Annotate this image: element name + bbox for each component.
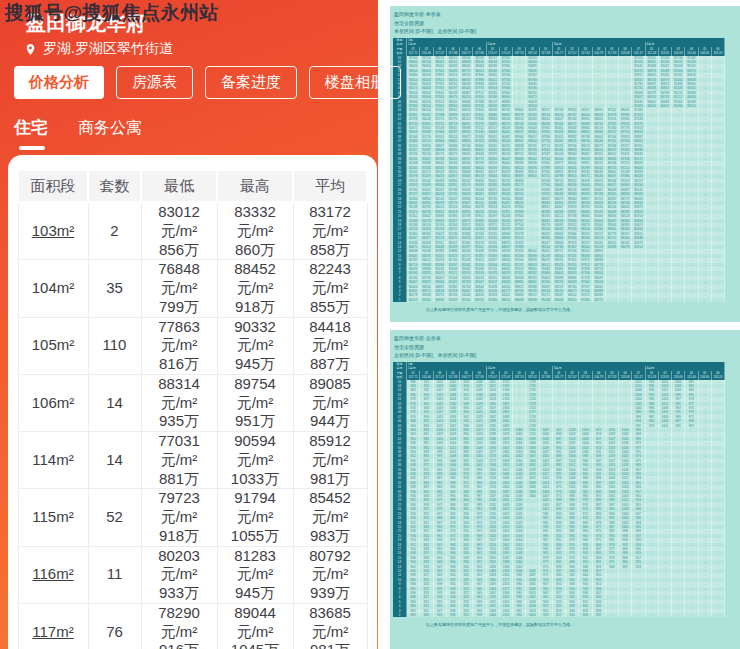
column-header: 最低 [141,170,217,202]
price-cell: - [659,298,672,302]
price-line: 81283元/m² [220,547,291,585]
grid-row: 1802158344584692811938154184755813008405… [393,298,725,302]
property-panel: 搜狐号@搜狐焦点永州站 盈田御龙华府 罗湖.罗湖区翠竹街道 价格分析 房源表 备… [0,0,378,649]
table-row: 114m²1477031元/m²881万90594元/m²1033万85912元… [18,432,367,489]
sheet-range-note: 单价区间 [0-不限]、总价区间 [0-不限] [394,28,740,35]
price-cell: - [632,613,645,617]
unit-count-cell: 14 [88,374,141,431]
min-price-cell: 78290元/m²916万 [141,603,217,649]
price-line: 88452元/m² [220,260,291,298]
price-cell: 926 [579,613,592,617]
avg-price-cell: 83685元/m²981万 [293,603,367,649]
table-row: 116m²1180203元/m²933万81283元/m²945万80792元/… [18,546,367,603]
unit-price-sheet: 盈田御龙华府·单价表住宅全部房源单价区间 [0-不限]、总价区间 [0-不限]楼… [390,6,740,322]
area-price-table: 面积段套数最低最高平均 103m²283012元/m²856万83332元/m²… [17,169,368,649]
price-line: 90332元/m² [220,318,291,356]
area-cell: 105m² [18,317,88,374]
price-cell: 83024 [553,298,566,302]
price-cell: 81193 [447,298,460,302]
avg-price-cell: 85912元/m²981万 [293,432,367,489]
price-cell: 88409 [526,298,539,302]
price-cell: 86551 [566,298,579,302]
price-cell: - [672,298,685,302]
max-price-cell: 83332元/m²860万 [217,202,293,260]
max-price-cell: 90332元/m²945万 [217,317,293,374]
area-link[interactable]: 117m² [18,603,88,649]
price-line: 939万 [296,584,365,603]
price-cell: - [712,298,725,302]
price-cell: - [646,613,659,617]
price-line: 856万 [144,241,215,260]
area-cell: 104m² [18,260,88,317]
price-cell: 925 [434,613,447,617]
table-row: 117m²7678290元/m²916万89044元/m²1045万83685元… [18,603,367,649]
price-cell: 84051 [500,298,513,302]
price-cell: 936 [447,613,460,617]
price-line: 945万 [220,584,291,603]
price-line: 83685元/m² [296,604,365,642]
price-line: 983万 [296,527,365,546]
price-cell: 933 [473,613,486,617]
area-cell: 114m² [18,432,88,489]
tab-commercial-apartment[interactable]: 商务公寓 [78,118,142,139]
price-cell: 86633 [513,298,526,302]
price-line: 816万 [144,355,215,374]
price-cell: 809 [420,613,433,617]
max-price-cell: 89044元/m²1045万 [217,603,293,649]
price-line: 88314元/m² [144,375,215,413]
sheet-subtitle: 住宅全部房源 [394,20,740,27]
sheet-subtitle: 住宅全部房源 [394,344,740,351]
table-row: 104m²3576848元/m²799万88452元/m²918万82243元/… [18,260,367,317]
price-analysis-button[interactable]: 价格分析 [14,66,104,99]
price-cell: - [712,613,725,617]
unit-count-cell: 76 [88,603,141,649]
photo-album-button[interactable]: 楼盘相册 [309,66,401,99]
price-line: 918万 [220,298,291,317]
min-price-cell: 77031元/m²881万 [141,432,217,489]
price-cell: 81300 [487,298,500,302]
filing-progress-button[interactable]: 备案进度 [205,66,297,99]
column-header: 套数 [88,170,141,202]
sheet-range-note: 总价区间 [0-不限]、单价区间 [0-不限] [394,352,740,359]
max-price-cell: 88452元/m²918万 [217,260,293,317]
price-line: 799万 [144,298,215,317]
price-line: 77031元/m² [144,432,215,470]
price-cell: 80215 [407,298,420,302]
price-line: 89754元/m² [220,375,291,413]
price-line: 77863元/m² [144,318,215,356]
area-link[interactable]: 103m² [18,202,88,260]
price-analysis-card: 面积段套数最低最高平均 103m²283012元/m²856万83332元/m²… [8,155,377,649]
price-cell: 944 [566,613,579,617]
area-cell: 106m² [18,374,88,431]
price-line: 80792元/m² [296,547,365,585]
price-line: 78290元/m² [144,604,215,642]
price-line: 1045万 [220,641,291,649]
price-cell: 953 [540,613,553,617]
price-cell: - [659,613,672,617]
min-price-cell: 88314元/m²935万 [141,374,217,431]
min-price-cell: 83012元/m²856万 [141,202,217,260]
price-line: 79723元/m² [144,489,215,527]
price-line: 935万 [144,412,215,431]
area-link[interactable]: 116m² [18,546,88,603]
price-line: 981万 [296,641,365,649]
price-cell: - [619,613,632,617]
avg-price-cell: 85452元/m²983万 [293,489,367,546]
location-text: 罗湖.罗湖区翠竹街道 [43,40,173,58]
price-grid: 楼栋1栋单元1单元2单元3单元4单元户型01020304050601020304… [393,362,725,618]
price-grid: 楼栋1栋单元1单元2单元3单元4单元户型01020304050601020304… [393,38,725,303]
unit-count-cell: 14 [88,432,141,489]
tab-residential[interactable]: 住宅 [14,116,48,139]
price-line: 89085元/m² [296,375,365,413]
column-header: 最高 [217,170,293,202]
min-price-cell: 79723元/m²918万 [141,489,217,546]
price-line: 85912元/m² [296,432,365,470]
category-tabs: 住宅 商务公寓 [14,116,142,139]
price-cell: 85508 [540,298,553,302]
max-price-cell: 89754元/m²951万 [217,374,293,431]
table-row: 103m²283012元/m²856万83332元/m²860万83172元/m… [18,202,367,260]
price-line: 860万 [220,241,291,260]
price-line: 76848元/m² [144,260,215,298]
unit-count-cell: 2 [88,202,141,260]
listing-table-button[interactable]: 房源表 [116,66,193,99]
